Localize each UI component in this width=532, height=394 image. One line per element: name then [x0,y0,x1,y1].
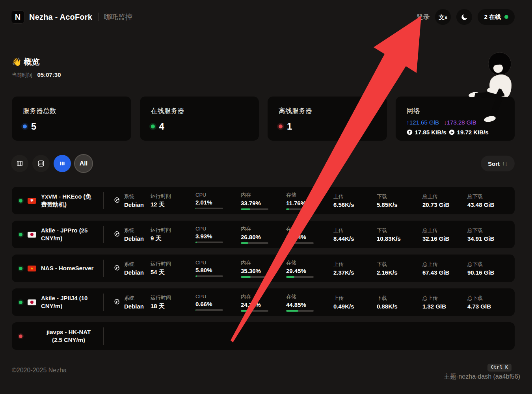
all-label: All [80,160,87,167]
disk-meter [286,242,314,244]
total-download-label: 总下载 [467,193,515,200]
site-subtitle: 哪吒监控 [104,12,132,22]
total-download-label: 总下载 [467,261,515,268]
uptime-value: 12 天 [151,201,195,208]
server-list: YxVM - HKEco (免费赞助机) 系统 Debian 运行时间 12 天… [12,187,515,350]
filter-all-button[interactable]: All [75,155,92,172]
disk-meter [286,276,314,278]
server-row[interactable]: NAS - HomeServer 系统 Debian 运行时间 54 天 CPU… [12,255,515,282]
server-name: YxVM - HKEco (免费赞助机) [41,193,100,209]
cpu-meter [195,309,223,311]
translate-icon: 文A [439,14,447,20]
mini-chart-icon [37,160,45,167]
server-name: Akile - JPIIJ4 (10 CNY/m) [41,294,100,310]
theme-version-label: 主题-nezha-dash (aa4bf56) [444,373,520,381]
os-value: Debian [124,235,144,242]
keyboard-shortcut-badge[interactable]: Ctrl K [487,364,512,372]
debian-os-icon [113,197,121,204]
disk-value: 44.85% [286,301,333,308]
logo-letter: N [15,13,20,22]
disk-meter [286,208,314,210]
cpu-meter [195,208,223,209]
sort-label: Sort [488,160,500,167]
server-row[interactable]: jiavps - HK-NAT (2.5 CNY/m) 系统 运行时间 CPU … [12,322,515,350]
uptime-label: 运行时间 [151,260,195,268]
flag-hk-icon [28,198,36,204]
cpu-value: 0.66% [195,301,241,307]
download-label: 下载 [377,295,422,302]
total-upload-value: 20.73 GiB [422,201,467,208]
total-upload-label: 总上传 [422,295,467,302]
disk-label: 存储 [286,259,333,266]
circle-up-arrow-icon [407,129,413,135]
network-speeds: 17.85 KiB/s 19.72 KiB/s [407,129,504,136]
uptime-value: 9 天 [151,235,195,242]
server-name: NAS - HomeServer [41,264,100,272]
disk-value: 29.45% [286,268,333,274]
map-view-button[interactable] [11,155,28,172]
total-upload-value: 1.32 GiB [422,303,467,310]
overview-title: 👋 概览 [12,57,61,67]
server-row[interactable]: YxVM - HKEco (免费赞助机) 系统 Debian 运行时间 12 天… [12,187,515,214]
sort-button[interactable]: Sort ↑↓ [481,156,515,171]
upload-value: 2.37K/s [333,269,377,276]
chart-view-button[interactable] [32,155,50,172]
card-online-servers[interactable]: 在线服务器 4 [140,97,259,141]
uptime-label: 运行时间 [151,193,195,200]
person-illustration [465,51,532,126]
row-divider [103,226,104,243]
map-icon [16,160,23,167]
header-divider [98,13,99,21]
red-dot-icon [279,125,283,128]
online-status-dot [504,15,508,19]
total-upload-label: 总上传 [422,227,467,234]
moon-icon [461,13,468,21]
flag-cn-icon [28,266,36,271]
language-button[interactable]: 文A [435,9,451,25]
flag-jp-icon [28,232,36,238]
sort-arrows-icon: ↑↓ [502,160,508,167]
card-label: 在线服务器 [151,106,248,115]
card-total-servers[interactable]: 服务器总数 5 [12,97,131,141]
card-offline-servers[interactable]: 离线服务器 1 [268,97,387,141]
stat-cards: 服务器总数 5 在线服务器 4 离线服务器 1 网络 ↑121.65 GiB [12,97,515,141]
os-label: 系统 [124,193,144,200]
card-label: 服务器总数 [23,106,120,115]
upload-label: 上传 [333,227,377,234]
server-row[interactable]: Akile - JPIIJ4 (10 CNY/m) 系统 Debian 运行时间… [12,288,515,316]
memory-value: 35.36% [241,268,286,274]
disk-label: 存储 [286,293,333,300]
login-button[interactable]: 登录 [416,13,430,22]
memory-label: 内存 [241,191,286,199]
nezha-logo[interactable]: N [11,10,24,24]
memory-label: 内存 [241,293,286,300]
memory-label: 内存 [241,225,286,232]
time-value: 05:07:30 [37,71,61,78]
card-value: 5 [31,121,36,132]
upload-label: 上传 [333,261,377,268]
total-download-value: 90.16 GiB [467,269,515,276]
header-actions: 登录 文A 2 在线 [416,9,515,25]
total-upload-label: 总上传 [422,193,467,200]
online-count-label: 2 在线 [484,13,501,21]
view-toolbar: All Sort ↑↓ [11,155,515,172]
online-count-badge[interactable]: 2 在线 [478,9,515,25]
server-status-dot [19,335,22,338]
card-label: 离线服务器 [279,106,376,115]
total-download-value: 4.73 GiB [467,303,515,310]
download-speed: 19.72 KiB/s [457,129,489,136]
memory-label: 内存 [241,259,286,266]
columns-view-button[interactable] [54,155,71,172]
cpu-label: CPU [195,192,241,198]
server-row[interactable]: Akile - JPPro (25 CNY/m) 系统 Debian 运行时间 … [12,221,515,248]
cpu-label: CPU [195,294,241,299]
header: N Nezha - AcoFork 哪吒监控 登录 文A 2 在线 [0,0,532,34]
theme-toggle-button[interactable] [456,9,472,25]
copyright: ©2020-2025 Nezha [12,367,67,374]
download-label: 下载 [377,193,422,200]
circle-down-arrow-icon [449,129,455,135]
os-label: 系统 [124,261,144,268]
site-title[interactable]: Nezha - AcoFork [29,13,92,22]
download-value: 5.85K/s [377,201,422,208]
upload-label: 上传 [333,193,377,200]
